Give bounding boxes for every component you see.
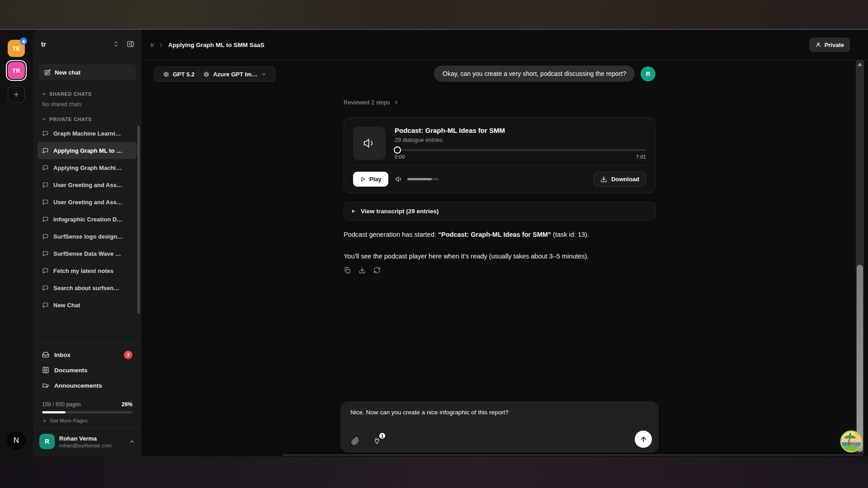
reviewed-steps-label: Reviewed 2 steps <box>344 99 390 106</box>
chat-list-item-active[interactable]: Applying Graph ML to … <box>38 142 137 159</box>
workspace-avatar-tr-selected[interactable]: TR <box>6 60 27 81</box>
chat-list-item[interactable]: Infographic Creation D… <box>38 211 137 228</box>
user-menu[interactable]: R Rohan Verma rohan@surfsense.com <box>33 428 142 456</box>
scrollbar-thumb[interactable] <box>857 265 863 452</box>
get-more-pages-button[interactable]: Get More Pages <box>42 418 132 423</box>
page-scrollbar[interactable] <box>856 60 864 454</box>
play-button[interactable]: Play <box>353 172 388 187</box>
reviewed-steps-toggle[interactable]: Reviewed 2 steps <box>344 99 399 106</box>
person-icon <box>815 42 821 48</box>
regenerate-button[interactable] <box>373 267 381 274</box>
chevron-right-icon <box>158 42 164 48</box>
chat-list-item[interactable]: Applying Graph Machi… <box>38 159 137 176</box>
new-chat-button[interactable]: New chat <box>38 64 136 80</box>
main-panel: tr Applying Graph ML to SMM SaaS Private… <box>142 30 868 456</box>
model-secondary[interactable]: Azure GPT Im… <box>199 71 270 78</box>
chevron-right-icon <box>393 99 399 105</box>
chat-list-item[interactable]: New Chat <box>38 296 137 314</box>
private-chats-section-toggle[interactable]: PRIVATE CHATS <box>38 110 137 125</box>
chevrons-up-down-icon <box>113 41 119 47</box>
transcript-expander[interactable]: View transcript (29 entries) <box>344 202 656 221</box>
composer: Nice. Now can you create a nice infograp… <box>340 401 659 453</box>
user-avatar: R <box>39 434 55 449</box>
chat-item-label: User Greeting and Ass… <box>53 182 123 188</box>
download-icon <box>359 267 366 274</box>
chat-list-item[interactable]: Search about surfsen… <box>38 279 137 296</box>
model-primary-label: GPT 5.2 <box>173 71 194 78</box>
usage-progress-bar <box>42 411 132 413</box>
main-header: tr Applying Graph ML to SMM SaaS Private <box>142 30 868 60</box>
chat-bubble-icon <box>42 199 49 206</box>
chat-bubble-icon <box>42 233 49 240</box>
sidebar-collapse-icon <box>127 40 134 48</box>
desktop-top-strip <box>0 0 868 30</box>
total-duration: 7:01 <box>636 154 646 160</box>
shared-chats-section-toggle[interactable]: SHARED CHATS <box>38 85 137 99</box>
people-badge-icon <box>20 38 27 45</box>
volume-slider[interactable] <box>407 178 439 180</box>
seek-slider[interactable] <box>395 149 646 151</box>
seek-knob[interactable] <box>394 146 401 154</box>
user-message-row: Okay, can you create a very short, podca… <box>344 66 656 82</box>
scroll-up-arrow-icon[interactable] <box>857 62 863 66</box>
podcast-thumbnail <box>353 127 386 160</box>
compose-icon <box>44 69 51 76</box>
user-message-bubble: Okay, can you create a very short, podca… <box>434 66 635 82</box>
chevron-down-icon <box>41 117 47 122</box>
workspace-switcher-button[interactable] <box>112 40 120 48</box>
model-primary[interactable]: GPT 5.2 <box>159 71 198 78</box>
sidebar-header: tr <box>33 30 142 59</box>
workspace-te-initials: TE <box>13 45 20 52</box>
usage-percent-label: 26% <box>122 401 132 408</box>
connector-count-badge: 1 <box>378 432 386 440</box>
download-icon <box>600 176 607 183</box>
user-email: rohan@surfsense.com <box>59 443 124 448</box>
composer-input[interactable]: Nice. Now can you create a nice infograp… <box>340 401 659 416</box>
workspace-avatar-te[interactable]: TE <box>8 40 25 57</box>
privacy-label: Private <box>825 42 844 48</box>
message-avatar: R <box>641 66 656 81</box>
island-badge-icon[interactable] <box>840 430 863 453</box>
copy-message-button[interactable] <box>344 267 351 274</box>
nav-announcements[interactable]: Announcements <box>38 378 136 393</box>
chat-list-item[interactable]: SurfSense Data Wave … <box>38 245 137 262</box>
add-workspace-button[interactable] <box>8 86 25 103</box>
chat-list-item[interactable]: User Greeting and Ass… <box>38 193 137 211</box>
nav-inbox[interactable]: Inbox 3 <box>38 347 136 362</box>
usage-pages-label: 158 / 600 pages <box>42 401 81 408</box>
chat-item-label: Applying Graph Machi… <box>53 164 122 171</box>
chat-list-item[interactable]: Graph Machine Learni… <box>38 125 137 142</box>
chat-list-item[interactable]: SurfSense logo design… <box>38 228 137 245</box>
app-logo: N <box>7 431 26 450</box>
openai-logo-icon <box>163 71 170 78</box>
chat-item-label: SurfSense Data Wave … <box>53 250 121 257</box>
caret-right-icon <box>351 209 356 214</box>
chat-list-item[interactable]: User Greeting and Ass… <box>38 176 137 193</box>
breadcrumb-workspace[interactable]: tr <box>151 42 154 48</box>
private-chats-label: PRIVATE CHATS <box>49 117 92 122</box>
copy-icon <box>344 267 351 274</box>
workspace-avatar-tr: TR <box>8 62 25 79</box>
breadcrumb-chat-title: Applying Graph ML to SMM SaaS <box>168 42 264 48</box>
send-button[interactable] <box>635 431 652 448</box>
privacy-toggle-button[interactable]: Private <box>809 38 850 52</box>
plus-icon <box>13 91 20 98</box>
workspace-tr-initials: TR <box>12 67 20 74</box>
play-icon <box>360 176 366 182</box>
attach-file-button[interactable] <box>350 436 360 446</box>
collapse-sidebar-button[interactable] <box>126 39 135 49</box>
model-secondary-label: Azure GPT Im… <box>213 71 257 78</box>
chat-item-label: Graph Machine Learni… <box>53 130 121 137</box>
chevron-down-icon <box>261 71 267 77</box>
sidebar-scrollbar-thumb[interactable] <box>137 126 140 314</box>
breadcrumb: tr Applying Graph ML to SMM SaaS <box>151 42 264 48</box>
download-button[interactable]: Download <box>594 172 646 187</box>
download-message-button[interactable] <box>359 267 366 274</box>
nav-documents[interactable]: Documents <box>38 362 136 378</box>
chat-bubble-icon <box>42 302 49 309</box>
chat-list-item[interactable]: Fetch my latest notes <box>38 262 137 279</box>
chat-item-label: Applying Graph ML to … <box>53 147 122 154</box>
elapsed-time: 0:00 <box>395 154 405 160</box>
documents-icon <box>42 366 49 374</box>
transcript-label: View transcript (29 entries) <box>361 208 439 215</box>
